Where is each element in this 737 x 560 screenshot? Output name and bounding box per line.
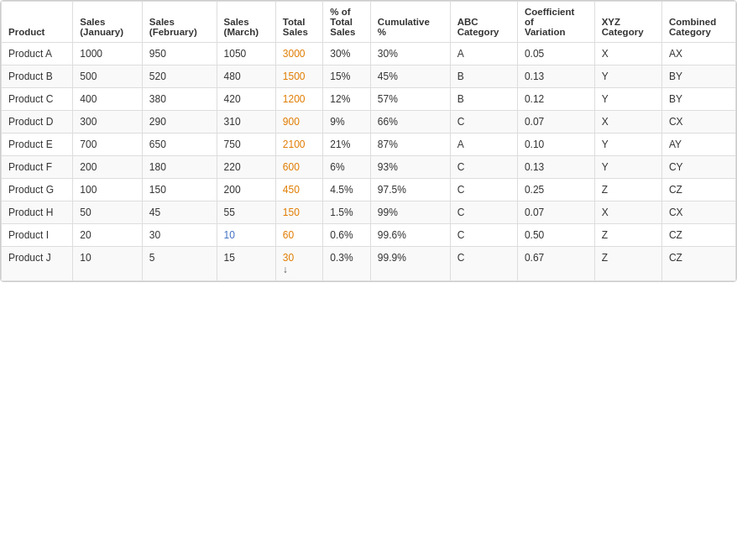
cell-abc: B [450, 88, 517, 111]
cell-jan: 50 [73, 201, 143, 224]
table-row: Product J1051530↓0.3%99.9%C0.67ZCZ [2, 247, 736, 281]
cell-feb: 380 [142, 88, 217, 111]
cell-xyz: X [594, 43, 661, 65]
cell-pct: 0.3% [323, 247, 371, 281]
cell-mar: 750 [217, 133, 275, 156]
header-xyz-category: XYZCategory [594, 2, 661, 43]
cell-cv: 0.13 [517, 65, 594, 88]
cell-jan: 100 [73, 179, 143, 201]
cell-product: Product E [2, 133, 73, 156]
header-sales-mar: Sales(March) [217, 2, 275, 43]
cell-combined: CZ [661, 224, 735, 247]
cell-mar: 420 [217, 88, 275, 111]
cell-cumulative: 45% [370, 65, 450, 88]
cell-combined: CX [661, 201, 735, 224]
cell-jan: 1000 [73, 43, 143, 65]
cell-feb: 520 [142, 65, 217, 88]
cell-cumulative: 57% [370, 88, 450, 111]
table-row: Product I203010600.6%99.6%C0.50ZCZ [2, 224, 736, 247]
cell-abc: B [450, 65, 517, 88]
cell-feb: 650 [142, 133, 217, 156]
cell-cumulative: 87% [370, 133, 450, 156]
cell-cv: 0.07 [517, 111, 594, 133]
cell-total: 60 [275, 224, 323, 247]
table-row: Product A10009501050300030%30%A0.05XAX [2, 43, 736, 65]
cell-combined: AX [661, 43, 735, 65]
cell-abc: A [450, 43, 517, 65]
cell-pct: 1.5% [323, 201, 371, 224]
cell-cv: 0.10 [517, 133, 594, 156]
header-sales-feb: Sales(February) [142, 2, 217, 43]
table-row: Product B500520480150015%45%B0.13YBY [2, 65, 736, 88]
table-header-row: Product Sales(January) Sales(February) S… [2, 2, 736, 43]
cell-xyz: X [594, 201, 661, 224]
cell-mar: 220 [217, 156, 275, 179]
cell-xyz: X [594, 111, 661, 133]
cell-cv: 0.25 [517, 179, 594, 201]
cell-feb: 150 [142, 179, 217, 201]
cell-total: 150 [275, 201, 323, 224]
cell-cumulative: 99% [370, 201, 450, 224]
cell-cumulative: 66% [370, 111, 450, 133]
cell-feb: 290 [142, 111, 217, 133]
cell-jan: 200 [73, 156, 143, 179]
cell-xyz: Z [594, 247, 661, 281]
header-cumulative: Cumulative% [370, 2, 450, 43]
cell-product: Product F [2, 156, 73, 179]
cell-xyz: Z [594, 224, 661, 247]
cell-product: Product I [2, 224, 73, 247]
table-row: Product F2001802206006%93%C0.13YCY [2, 156, 736, 179]
cell-abc: C [450, 224, 517, 247]
cell-pct: 4.5% [323, 179, 371, 201]
header-product: Product [2, 2, 73, 43]
header-sales-jan: Sales(January) [73, 2, 143, 43]
cell-mar: 310 [217, 111, 275, 133]
cell-pct: 9% [323, 111, 371, 133]
cell-mar: 15 [217, 247, 275, 281]
cell-pct: 15% [323, 65, 371, 88]
cell-jan: 700 [73, 133, 143, 156]
cell-feb: 30 [142, 224, 217, 247]
cell-cv: 0.05 [517, 43, 594, 65]
cell-cumulative: 99.9% [370, 247, 450, 281]
cell-abc: C [450, 247, 517, 281]
cell-cv: 0.07 [517, 201, 594, 224]
cell-mar: 480 [217, 65, 275, 88]
cell-mar: 10 [217, 224, 275, 247]
table-row: Product D3002903109009%66%C0.07XCX [2, 111, 736, 133]
cell-jan: 10 [73, 247, 143, 281]
cell-pct: 21% [323, 133, 371, 156]
table-row: Product E700650750210021%87%A0.10YAY [2, 133, 736, 156]
cell-feb: 180 [142, 156, 217, 179]
sort-down-icon[interactable]: ↓ [283, 264, 288, 275]
cell-cumulative: 97.5% [370, 179, 450, 201]
cell-combined: CX [661, 111, 735, 133]
cell-product: Product A [2, 43, 73, 65]
cell-cv: 0.67 [517, 247, 594, 281]
cell-total: 900 [275, 111, 323, 133]
cell-combined: CZ [661, 179, 735, 201]
cell-jan: 400 [73, 88, 143, 111]
cell-xyz: Y [594, 156, 661, 179]
cell-combined: CY [661, 156, 735, 179]
cell-combined: CZ [661, 247, 735, 281]
cell-abc: C [450, 201, 517, 224]
main-table-container: Product Sales(January) Sales(February) S… [0, 0, 737, 282]
cell-mar: 55 [217, 201, 275, 224]
table-row: Product H5045551501.5%99%C0.07XCX [2, 201, 736, 224]
cell-pct: 12% [323, 88, 371, 111]
header-abc-category: ABCCategory [450, 2, 517, 43]
cell-abc: C [450, 111, 517, 133]
cell-xyz: Z [594, 179, 661, 201]
cell-cv: 0.50 [517, 224, 594, 247]
cell-product: Product H [2, 201, 73, 224]
cell-total: 2100 [275, 133, 323, 156]
cell-product: Product B [2, 65, 73, 88]
cell-abc: C [450, 156, 517, 179]
cell-cv: 0.12 [517, 88, 594, 111]
cell-combined: BY [661, 88, 735, 111]
cell-abc: C [450, 179, 517, 201]
cell-product: Product D [2, 111, 73, 133]
cell-total: 450 [275, 179, 323, 201]
cell-pct: 30% [323, 43, 371, 65]
